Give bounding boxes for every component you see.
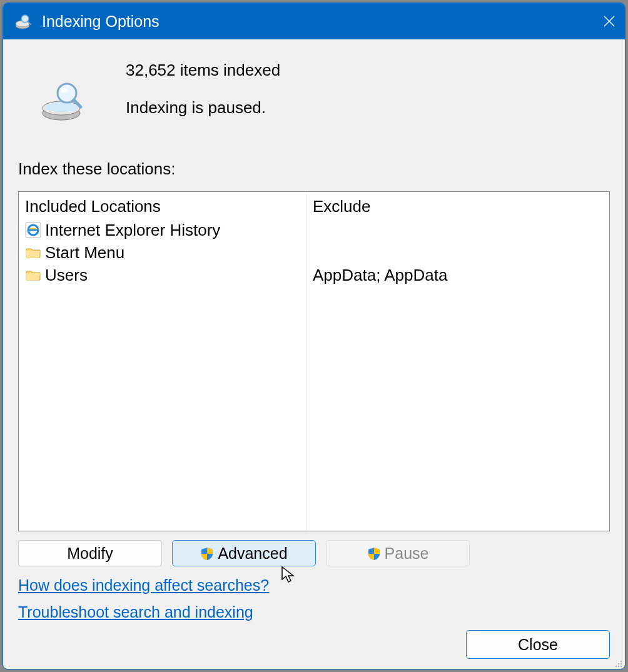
modify-button[interactable]: Modify xyxy=(18,540,162,566)
exclude-header: Exclude xyxy=(313,196,603,219)
svg-point-18 xyxy=(615,666,617,667)
svg-point-20 xyxy=(620,666,622,667)
indexing-status-icon xyxy=(39,78,89,122)
links-section: How does indexing affect searches? Troub… xyxy=(18,576,610,630)
svg-point-15 xyxy=(620,661,622,662)
window-title: Indexing Options xyxy=(42,13,160,31)
indexing-app-icon xyxy=(14,12,33,31)
svg-point-16 xyxy=(618,663,619,664)
indexing-state: Indexing is paused. xyxy=(126,96,280,119)
table-row[interactable]: Internet Explorer History xyxy=(25,219,300,241)
exclude-cell xyxy=(313,219,603,241)
indexed-count: 32,652 items indexed xyxy=(126,59,280,81)
shield-icon xyxy=(367,546,381,560)
close-icon xyxy=(602,14,616,28)
status-block: 32,652 items indexed Indexing is paused. xyxy=(18,56,610,122)
svg-point-19 xyxy=(618,666,619,667)
resize-grip[interactable] xyxy=(612,658,622,668)
exclude-cell: AppData; AppData xyxy=(313,264,603,286)
row-name: Start Menu xyxy=(45,243,124,263)
svg-point-8 xyxy=(45,102,78,112)
window-close-button[interactable] xyxy=(594,3,625,39)
locations-label: Index these locations: xyxy=(18,159,610,179)
ie-icon xyxy=(25,222,41,238)
locations-table[interactable]: Included Locations Internet Explorer His… xyxy=(18,191,610,531)
pause-button: Pause xyxy=(326,540,470,566)
content-area: 32,652 items indexed Indexing is paused.… xyxy=(3,39,625,669)
exclude-cell xyxy=(313,241,603,264)
row-name: Users xyxy=(45,266,88,285)
close-button[interactable]: Close xyxy=(466,630,610,659)
table-row[interactable]: Users xyxy=(25,264,300,286)
table-row[interactable]: Start Menu xyxy=(25,241,300,264)
indexing-options-window: Indexing Options 32,652 ite xyxy=(3,3,625,669)
row-name: Internet Explorer History xyxy=(45,221,220,240)
svg-point-17 xyxy=(620,663,622,664)
included-header: Included Locations xyxy=(25,196,300,219)
help-link[interactable]: How does indexing affect searches? xyxy=(18,576,269,594)
button-row: Modify Advanced xyxy=(18,540,610,566)
shield-icon xyxy=(200,546,214,560)
troubleshoot-link[interactable]: Troubleshoot search and indexing xyxy=(18,603,253,621)
folder-icon xyxy=(25,244,41,261)
folder-icon xyxy=(25,267,41,283)
svg-point-10 xyxy=(61,88,68,93)
titlebar[interactable]: Indexing Options xyxy=(3,3,625,39)
advanced-button[interactable]: Advanced xyxy=(172,540,316,566)
